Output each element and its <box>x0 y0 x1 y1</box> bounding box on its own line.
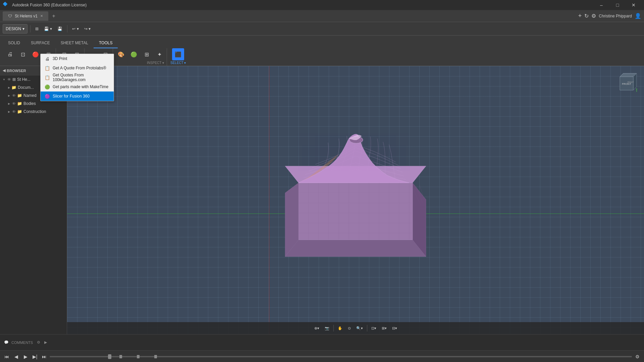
timeline-play-button[interactable]: ▶ <box>21 353 30 361</box>
printer-icon: 🖨 <box>7 51 13 57</box>
inspect-label[interactable]: INSPECT ▾ <box>146 60 165 66</box>
construction-chevron: ▶ <box>8 110 10 113</box>
select-cursor-icon: ⬛ <box>175 51 181 58</box>
main-area: ◀ BROWSER ▼ 👁 ⊞ St He... ▶ 📁 Docum... ▶ … <box>0 66 644 334</box>
close-button[interactable]: ✕ <box>626 0 641 10</box>
new-tab-button[interactable]: + <box>50 12 58 20</box>
browser-title: BROWSER <box>7 69 26 73</box>
zoom-button[interactable]: 🔍▾ <box>354 324 365 333</box>
tab-tools[interactable]: TOOLS <box>94 38 118 48</box>
add-button[interactable]: + <box>578 12 582 19</box>
bodies-eye-icon[interactable]: 👁 <box>12 102 16 106</box>
tab-sheet-metal[interactable]: SHEET METAL <box>55 38 94 48</box>
undo-button[interactable]: ↩ ▾ <box>70 24 80 34</box>
make-3d-print-button[interactable]: 🖨 <box>4 48 16 60</box>
bodies-chevron: ▶ <box>8 102 10 105</box>
view-cube[interactable]: FRONT RIGHT <box>613 70 640 97</box>
dropdown-100kgarages[interactable]: 📋 Get Quotes From 100kGarages.com <box>41 73 114 82</box>
pan-button[interactable]: ✋ <box>336 324 344 333</box>
browser-root-label: St He... <box>17 77 31 82</box>
capture-button[interactable]: 📷 <box>323 324 331 333</box>
vertical-axis <box>269 66 269 334</box>
timeline-bar: ⏮ ◀ ▶ ▶| ⏭ ⚙ <box>0 350 644 362</box>
printer-icon: 🖨 <box>45 56 50 61</box>
named-chevron: ▶ <box>8 94 10 97</box>
svg-text:RIGHT: RIGHT <box>628 81 634 83</box>
root-eye-icon[interactable]: 👁 <box>7 77 11 81</box>
sidebar: ◀ BROWSER ▼ 👁 ⊞ St He... ▶ 📁 Docum... ▶ … <box>0 66 67 334</box>
minimize-button[interactable]: – <box>594 0 609 10</box>
tabbar: 🛡 St Helens v1 ✕ + + ↻ ⚙ Christine Phipp… <box>0 10 644 22</box>
bodies-icon: 📁 <box>17 101 22 106</box>
root-chevron: ▼ <box>3 78 5 81</box>
design-dropdown[interactable]: DESIGN ▾ <box>3 24 28 34</box>
browser-construction[interactable]: ▶ 👁 📁 Construction <box>0 108 67 116</box>
browser-document-label: Docum... <box>18 85 34 90</box>
timeline-first-button[interactable]: ⏮ <box>3 353 11 361</box>
doc-chevron: ▶ <box>8 86 10 89</box>
tab-solid[interactable]: SOLID <box>3 38 25 48</box>
select-group: ⬛ SELECT ▾ <box>168 48 189 66</box>
inspect-icon1[interactable]: 🎨 <box>115 48 127 60</box>
dot-icon: 🔴 <box>32 51 39 58</box>
grid-icon: ⊡ <box>21 51 25 58</box>
design-dropdown-arrow: ▾ <box>22 26 24 31</box>
viewport[interactable]: FRONT RIGHT ⊕▾ 📷 ✋ ⊙ 🔍▾ ⊡▾ ⊞▾ ⊟ <box>67 66 644 334</box>
circle-icon: 🟢 <box>130 51 137 58</box>
dropdown-protolabs[interactable]: 📋 Get A Quote From Protolabs® <box>41 63 114 73</box>
vp-separator <box>333 325 334 331</box>
timeline-track[interactable] <box>50 356 632 357</box>
tab-close-button[interactable]: ✕ <box>40 14 43 18</box>
construction-eye-icon[interactable]: 👁 <box>12 110 16 114</box>
make-icon3[interactable]: 🔴 <box>30 48 42 60</box>
comments-arrow[interactable]: ▶ <box>44 340 47 345</box>
account-sync-icon[interactable]: ↻ <box>584 13 589 19</box>
snap-button[interactable]: ⊕▾ <box>312 324 321 333</box>
dropdown-protolabs-label: Get A Quote From Protolabs® <box>53 66 106 70</box>
vp-separator-2 <box>367 325 367 331</box>
select-label[interactable]: SELECT ▾ <box>169 60 187 66</box>
timeline-next-button[interactable]: ▶| <box>31 353 39 361</box>
settings-icon[interactable]: ⚙ <box>591 13 596 19</box>
3d-model <box>272 132 439 273</box>
maximize-button[interactable]: □ <box>610 0 625 10</box>
display1-button[interactable]: ⊡▾ <box>369 324 378 333</box>
dropdown-3d-print[interactable]: 🖨 3D Print <box>41 54 114 63</box>
select-button[interactable]: ⬛ <box>172 48 184 60</box>
collapse-icon[interactable]: ◀ <box>3 68 5 73</box>
browser-named-label: Named <box>23 93 37 98</box>
dropdown-maketime-label: Get parts made with MakeTime <box>53 84 108 89</box>
local-save-button[interactable]: 💾 <box>55 24 64 34</box>
dropdown-maketime[interactable]: 🟢 Get parts made with MakeTime <box>41 82 114 92</box>
inspect-icon2[interactable]: 🟢 <box>128 48 140 60</box>
select-icons-row: ⬛ <box>172 48 184 60</box>
named-eye-icon[interactable]: 👁 <box>12 94 16 98</box>
make-dropdown-menu: 🖨 3D Print 📋 Get A Quote From Protolabs®… <box>40 54 114 101</box>
color-icon: 🎨 <box>118 51 124 58</box>
doc-icon: 📁 <box>11 85 16 90</box>
dropdown-slicer-label: Slicer for Fusion 360 <box>53 94 90 99</box>
model-svg <box>272 132 439 273</box>
inspect-icon4[interactable]: ✦ <box>153 48 165 60</box>
timeline-thumb[interactable] <box>108 354 111 359</box>
make-icon2[interactable]: ⊡ <box>17 48 29 60</box>
grid-button[interactable]: ⊞ <box>33 24 41 34</box>
browser-bodies-label: Bodies <box>23 101 36 106</box>
tab-surface[interactable]: SURFACE <box>25 38 55 48</box>
dropdown-slicer[interactable]: 🟣 Slicer for Fusion 360 <box>41 92 114 101</box>
inspect-icon3[interactable]: ⊞ <box>141 48 153 60</box>
user-avatar[interactable]: 👤 <box>635 13 641 19</box>
orbit-button[interactable]: ⊙ <box>346 324 353 333</box>
dropdown-100kgarages-label: Get Quotes From 100kGarages.com <box>53 73 110 82</box>
svg-marker-0 <box>285 240 426 256</box>
timeline-prev-button[interactable]: ◀ <box>12 353 20 361</box>
display3-button[interactable]: ⊟▾ <box>390 324 399 333</box>
save-button[interactable]: 💾 ▾ <box>42 24 54 34</box>
user-account[interactable]: Christine Phippard <box>599 14 632 18</box>
display2-button[interactable]: ⊞▾ <box>380 324 389 333</box>
comments-expand[interactable]: ⚙ <box>37 340 40 345</box>
timeline-last-button[interactable]: ⏭ <box>40 353 48 361</box>
active-tab[interactable]: 🛡 St Helens v1 ✕ <box>3 11 48 21</box>
timeline-settings-button[interactable]: ⚙ <box>633 353 641 361</box>
redo-button[interactable]: ↪ ▾ <box>82 24 93 34</box>
